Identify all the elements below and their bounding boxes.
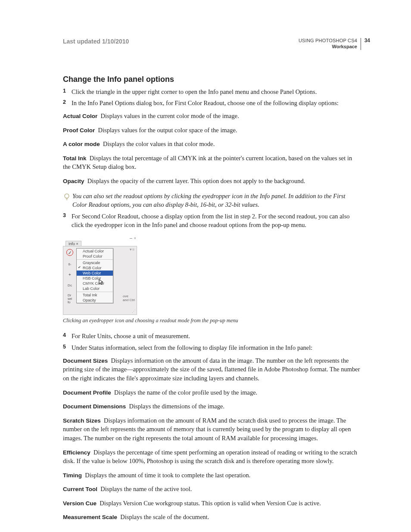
step-3: 3 For Second Color Readout, choose a dis… (63, 212, 361, 230)
def-term: Opacity (63, 178, 84, 184)
step-5: 5 Under Status information, select from … (63, 343, 361, 352)
menu-item-web-color[interactable]: Web Color (77, 271, 113, 276)
step-number: 3 (63, 212, 66, 220)
svg-point-0 (65, 194, 69, 198)
def-term: Efficiency (63, 449, 90, 456)
panel-body: ▾≡ C: 8- + Dc Dr sel fo Actual Color Pro… (63, 246, 137, 315)
step-1: 1 Click the triangle in the upper right … (63, 87, 361, 96)
def-desc: Displays values in the current color mod… (101, 112, 239, 119)
step-number: 1 (63, 87, 66, 95)
def-desc: Displays the scale of the document. (120, 513, 209, 520)
def-term: Actual Color (63, 113, 97, 119)
def-scratch-sizes: Scratch Sizes Displays information on th… (63, 416, 361, 443)
menu-separator (77, 292, 113, 292)
def-desc: Displays the color values in that color … (103, 140, 215, 147)
def-desc: Displays the percentage of time spent pe… (63, 449, 357, 465)
page-header: Last updated 1/10/2010 34 USING PHOTOSHO… (63, 38, 361, 50)
def-desc: Displays information on the amount of RA… (63, 417, 351, 442)
def-actual-color: Actual Color Displays values in the curr… (63, 112, 361, 121)
menu-item-hsb-color[interactable]: HSB Color (77, 276, 113, 281)
close-icon: × (134, 236, 136, 240)
info-panel-figure: × Info × ▾≡ C: 8- + Dc Dr sel fo Actual … (63, 236, 137, 315)
lightbulb-icon (64, 193, 70, 203)
def-desc: Displays the dimensions of the image. (129, 403, 225, 410)
step-number: 4 (63, 332, 66, 339)
section-heading: Change the Info panel options (63, 75, 361, 84)
def-color-mode: A color mode Displays the color values i… (63, 140, 361, 149)
def-timing: Timing Displays the amount of time it to… (63, 471, 361, 480)
menu-item-actual-color[interactable]: Actual Color (77, 249, 113, 254)
panel-left-column: 8- + Dc Dr sel fo (65, 249, 75, 304)
def-opacity: Opacity Displays the opacity of the curr… (63, 177, 361, 186)
step-text: For Second Color Readout, choose a displ… (72, 213, 350, 228)
figure-caption: Clicking an eyedropper icon and choosing… (63, 317, 361, 324)
def-efficiency: Efficiency Displays the percentage of ti… (63, 448, 361, 466)
step-text: In the Info Panel Options dialog box, fo… (72, 100, 339, 106)
document-page: Last updated 1/10/2010 34 USING PHOTOSHO… (0, 0, 411, 532)
label-dr: Dr sel fo (68, 294, 72, 304)
step-number: 2 (63, 99, 66, 106)
minimize-icon (130, 238, 132, 239)
def-document-profile: Document Profile Displays the name of th… (63, 388, 361, 397)
def-desc: Displays information on the amount of da… (63, 357, 360, 382)
menu-item-cmyk-color[interactable]: CMYK Color (77, 281, 113, 286)
menu-item-lab-color[interactable]: Lab Color (77, 286, 113, 291)
step-text: For Ruler Units, choose a unit of measur… (72, 333, 190, 339)
def-proof-color: Proof Color Displays values for the outp… (63, 126, 361, 135)
menu-item-rgb-color[interactable]: RGB Color (77, 265, 113, 271)
def-term: Document Profile (63, 389, 111, 396)
def-term: Document Sizes (63, 358, 108, 364)
def-desc: Displays the name of the active tool. (100, 485, 192, 492)
step-text: Under Status information, select from th… (72, 344, 312, 351)
def-term: Timing (63, 472, 82, 479)
menu-item-proof-color[interactable]: Proof Color (77, 254, 113, 259)
def-desc: Displays the total percentage of all CMY… (63, 155, 352, 171)
readout-popup-menu: Actual Color Proof Color Grayscale RGB C… (76, 248, 113, 303)
menu-separator (77, 259, 113, 260)
step-number: 5 (63, 343, 66, 351)
eyedropper-icon (66, 249, 73, 256)
def-term: Current Tool (63, 486, 97, 492)
label-8bit: 8- (68, 262, 71, 266)
step-4: 4 For Ruler Units, choose a unit of meas… (63, 332, 361, 340)
def-term: Scratch Sizes (63, 417, 101, 424)
def-version-cue: Version Cue Displays Version Cue workgro… (63, 499, 361, 508)
def-desc: Displays the amount of time it took to c… (85, 472, 250, 479)
page-number: 34 (364, 37, 370, 44)
menu-item-opacity[interactable]: Opacity (77, 298, 113, 303)
def-current-tool: Current Tool Displays the name of the ac… (63, 485, 361, 494)
tip-text: You can also set the readout options by … (72, 192, 361, 209)
def-desc: Displays values for the output color spa… (98, 127, 237, 134)
def-document-dimensions: Document Dimensions Displays the dimensi… (63, 402, 361, 411)
product-name: USING PHOTOSHOP CS4 (299, 38, 357, 44)
menu-item-grayscale[interactable]: Grayscale (77, 260, 113, 265)
def-desc: Displays Version Cue workgroup status. T… (100, 500, 321, 507)
def-term: Measurement Scale (63, 514, 117, 520)
menu-item-total-ink[interactable]: Total Ink (77, 292, 113, 298)
def-desc: Displays the name of the color profile u… (114, 389, 257, 396)
def-desc: Displays the opacity of the current laye… (87, 177, 305, 184)
panel-hint-text: ove and Ctrl (123, 295, 135, 302)
def-term: Version Cue (63, 500, 97, 507)
step-2: 2 In the Info Panel Options dialog box, … (63, 99, 361, 107)
def-term: Total Ink (63, 155, 87, 162)
def-term: Proof Color (63, 127, 95, 134)
last-updated: Last updated 1/10/2010 (63, 38, 129, 45)
panel-window-controls: × (63, 236, 137, 240)
section-name: Workspace (299, 44, 357, 50)
step-text: Click the triangle in the upper right co… (72, 88, 317, 95)
def-term: Document Dimensions (63, 403, 126, 410)
def-measurement-scale: Measurement Scale Displays the scale of … (63, 513, 361, 522)
panel-menu-icon: ▾≡ (130, 247, 135, 252)
def-term: A color mode (63, 141, 100, 147)
tip-block: You can also set the readout options by … (63, 192, 361, 209)
resize-grip-icon: ⋰ (132, 309, 136, 314)
def-total-ink: Total Ink Displays the total percentage … (63, 154, 361, 171)
header-right: 34 USING PHOTOSHOP CS4 Workspace (299, 38, 361, 50)
crosshair-icon: + (68, 273, 71, 277)
label-doc: Dc (68, 283, 72, 287)
def-document-sizes: Document Sizes Displays information on t… (63, 356, 361, 383)
